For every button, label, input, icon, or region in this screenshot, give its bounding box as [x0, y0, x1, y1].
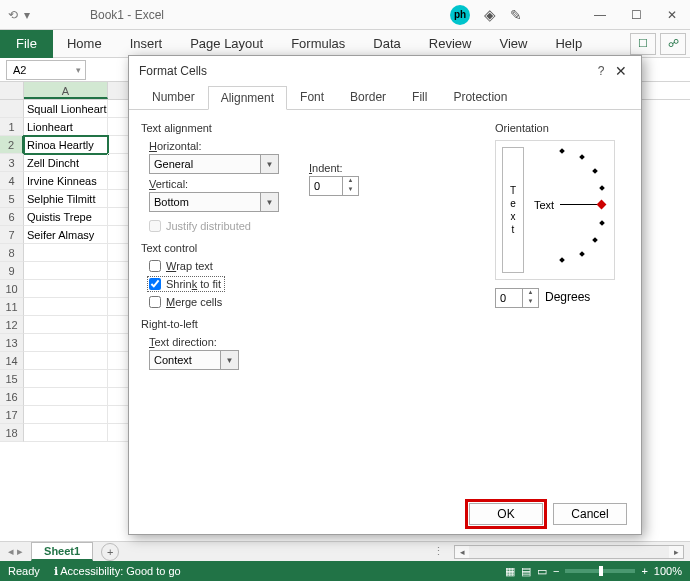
- dlg-tab-fill[interactable]: Fill: [399, 85, 440, 109]
- dlg-tab-border[interactable]: Border: [337, 85, 399, 109]
- zoom-slider[interactable]: [565, 569, 635, 573]
- spin-down-icon[interactable]: ▼: [523, 298, 538, 307]
- zoom-out-icon[interactable]: −: [553, 565, 559, 577]
- zoom-in-icon[interactable]: +: [641, 565, 647, 577]
- row-header[interactable]: 10: [0, 280, 24, 298]
- row-header[interactable]: 12: [0, 316, 24, 334]
- close-button[interactable]: ✕: [654, 0, 690, 30]
- cell[interactable]: [24, 262, 108, 280]
- sheet-tab[interactable]: Sheet1: [31, 542, 93, 561]
- dialog-titlebar[interactable]: Format Cells ? ✕: [129, 56, 641, 86]
- horizontal-scrollbar[interactable]: ◂▸: [454, 545, 684, 559]
- horizontal-combo[interactable]: General▼: [149, 154, 279, 174]
- row-header[interactable]: 14: [0, 352, 24, 370]
- degrees-spinner[interactable]: 0 ▲▼: [495, 288, 539, 308]
- help-button[interactable]: ?: [591, 64, 611, 78]
- row-header[interactable]: 16: [0, 388, 24, 406]
- indent-spinner[interactable]: 0 ▲▼: [309, 176, 359, 196]
- spin-up-icon[interactable]: ▲: [523, 289, 538, 298]
- text-direction-combo[interactable]: Context▼: [149, 350, 239, 370]
- row-header[interactable]: 18: [0, 424, 24, 442]
- ok-button[interactable]: OK: [469, 503, 543, 525]
- cell[interactable]: Squall Lionheart: [24, 100, 108, 118]
- row-header[interactable]: 4: [0, 172, 24, 190]
- row-header[interactable]: [0, 100, 24, 118]
- account-badge[interactable]: ph: [450, 5, 470, 25]
- cell[interactable]: [24, 244, 108, 262]
- view-pagebreak-icon[interactable]: ▭: [537, 565, 547, 578]
- cell[interactable]: [24, 316, 108, 334]
- cell[interactable]: [24, 280, 108, 298]
- autosave-icon[interactable]: ⟲: [8, 8, 18, 22]
- row-header[interactable]: 5: [0, 190, 24, 208]
- cell[interactable]: [24, 388, 108, 406]
- minimize-button[interactable]: —: [582, 0, 618, 30]
- ribbon-tab-home[interactable]: Home: [53, 30, 116, 58]
- ribbon-tab-file[interactable]: File: [0, 30, 53, 58]
- ribbon-tab-insert[interactable]: Insert: [116, 30, 177, 58]
- view-pagelayout-icon[interactable]: ▤: [521, 565, 531, 578]
- chevron-down-icon[interactable]: ▼: [220, 351, 238, 369]
- row-header[interactable]: 13: [0, 334, 24, 352]
- orientation-arc[interactable]: Text: [530, 141, 614, 279]
- dlg-tab-number[interactable]: Number: [139, 85, 208, 109]
- wrap-text-checkbox[interactable]: Wrap text: [149, 260, 481, 272]
- row-header[interactable]: 7: [0, 226, 24, 244]
- dlg-tab-font[interactable]: Font: [287, 85, 337, 109]
- zoom-level[interactable]: 100%: [654, 565, 682, 577]
- save-icon[interactable]: ▾: [24, 8, 30, 22]
- cell[interactable]: Zell Dincht: [24, 154, 108, 172]
- add-sheet-button[interactable]: +: [101, 543, 119, 561]
- cell[interactable]: [24, 370, 108, 388]
- ribbon-tab-data[interactable]: Data: [359, 30, 414, 58]
- cell[interactable]: Irvine Kinneas: [24, 172, 108, 190]
- maximize-button[interactable]: ☐: [618, 0, 654, 30]
- name-box[interactable]: A2: [6, 60, 86, 80]
- cell[interactable]: [24, 424, 108, 442]
- cell[interactable]: Lionheart: [24, 118, 108, 136]
- sheet-nav[interactable]: ◂ ▸: [0, 545, 31, 558]
- row-header[interactable]: 8: [0, 244, 24, 262]
- merge-cells-checkbox[interactable]: Merge cells: [149, 296, 481, 308]
- accessibility-status[interactable]: ℹ Accessibility: Good to go: [54, 565, 181, 578]
- ribbon-tab-review[interactable]: Review: [415, 30, 486, 58]
- cell[interactable]: [24, 298, 108, 316]
- cell[interactable]: Selphie Tilmitt: [24, 190, 108, 208]
- chevron-down-icon[interactable]: ▼: [260, 155, 278, 173]
- row-header[interactable]: 6: [0, 208, 24, 226]
- cell[interactable]: [24, 334, 108, 352]
- row-header[interactable]: 1: [0, 118, 24, 136]
- cell[interactable]: [24, 352, 108, 370]
- row-header[interactable]: 17: [0, 406, 24, 424]
- shrink-to-fit-checkbox[interactable]: Shrink to fit: [149, 278, 223, 290]
- ribbon-tab-formulas[interactable]: Formulas: [277, 30, 359, 58]
- arc-handle[interactable]: [597, 200, 607, 210]
- cancel-button[interactable]: Cancel: [553, 503, 627, 525]
- row-header[interactable]: 11: [0, 298, 24, 316]
- share-button[interactable]: ☍: [660, 33, 686, 55]
- view-normal-icon[interactable]: ▦: [505, 565, 515, 578]
- row-header[interactable]: 9: [0, 262, 24, 280]
- indent-value[interactable]: 0: [310, 177, 342, 195]
- ribbon-tab-view[interactable]: View: [485, 30, 541, 58]
- ribbon-tab-pagelayout[interactable]: Page Layout: [176, 30, 277, 58]
- dlg-tab-protection[interactable]: Protection: [440, 85, 520, 109]
- row-header[interactable]: 15: [0, 370, 24, 388]
- col-header-a[interactable]: A: [24, 82, 108, 99]
- spin-up-icon[interactable]: ▲: [343, 177, 358, 186]
- chevron-down-icon[interactable]: ▼: [260, 193, 278, 211]
- wand-icon[interactable]: ✎: [510, 7, 522, 23]
- cell[interactable]: Quistis Trepe: [24, 208, 108, 226]
- cell[interactable]: Seifer Almasy: [24, 226, 108, 244]
- comments-button[interactable]: ☐: [630, 33, 656, 55]
- vertical-combo[interactable]: Bottom▼: [149, 192, 279, 212]
- row-header[interactable]: 3: [0, 154, 24, 172]
- diamond-icon[interactable]: ◈: [484, 6, 496, 24]
- cell-selected[interactable]: Rinoa Heartly: [24, 136, 108, 154]
- select-all-corner[interactable]: [0, 82, 24, 99]
- dlg-tab-alignment[interactable]: Alignment: [208, 86, 287, 110]
- dialog-close-button[interactable]: ✕: [611, 63, 631, 79]
- spin-down-icon[interactable]: ▼: [343, 186, 358, 195]
- ribbon-tab-help[interactable]: Help: [541, 30, 596, 58]
- vertical-text-button[interactable]: T e x t: [502, 147, 524, 273]
